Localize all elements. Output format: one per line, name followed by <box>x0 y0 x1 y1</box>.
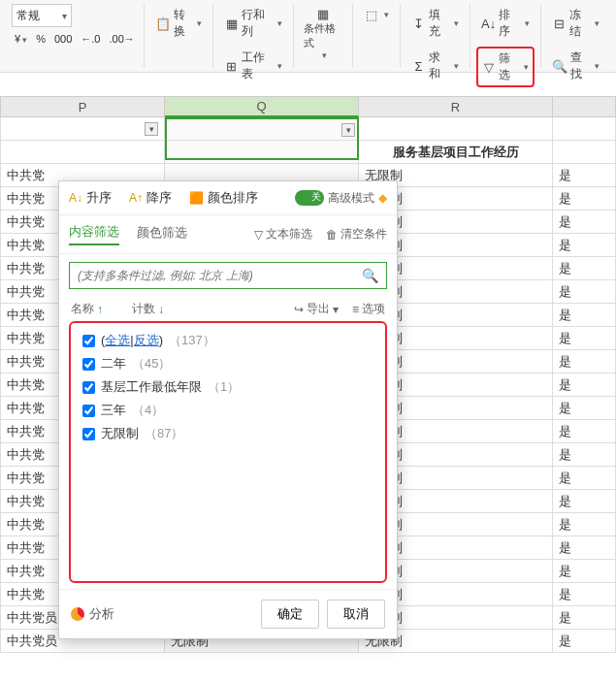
condfmt-icon: ▦ <box>315 6 331 21</box>
cell[interactable]: 是 <box>553 467 616 490</box>
cell[interactable] <box>553 141 616 164</box>
cell[interactable]: 是 <box>553 304 616 327</box>
cell[interactable] <box>553 117 616 141</box>
checkbox[interactable] <box>82 381 95 394</box>
filter-arrow-icon[interactable]: ▾ <box>341 123 355 137</box>
freeze-btn[interactable]: ⊟冻结 <box>547 4 604 43</box>
trash-icon: 🗑 <box>326 228 338 242</box>
check-item[interactable]: 基层工作最低年限（1） <box>77 375 379 399</box>
filter-arrow-icon[interactable]: ▾ <box>145 122 158 136</box>
cell[interactable]: 是 <box>553 257 616 280</box>
cell[interactable]: ▾ <box>0 117 165 141</box>
cell[interactable]: 是 <box>553 211 616 234</box>
col-header-s[interactable] <box>553 96 616 117</box>
shape-btn[interactable]: ⬚ <box>359 4 394 25</box>
cell[interactable]: 是 <box>553 420 616 443</box>
condfmt-btn[interactable]: ▦条件格式 <box>300 4 346 62</box>
sort-icon: A↓ <box>481 16 496 31</box>
analysis-btn[interactable]: 分析 <box>71 605 114 623</box>
cell[interactable]: 是 <box>553 234 616 257</box>
check-item[interactable]: 无限制（87） <box>77 422 379 445</box>
export-icon: ↪ <box>294 303 304 316</box>
advanced-mode-toggle[interactable]: 高级模式◆ <box>295 190 387 207</box>
cell[interactable]: 是 <box>553 606 616 630</box>
sort-desc-btn[interactable]: A↑降序 <box>129 189 172 207</box>
text-filter-btn[interactable]: ▽文本筛选 <box>254 226 312 243</box>
pie-icon <box>71 607 84 621</box>
convert-btn[interactable]: 📋转换 <box>150 4 208 43</box>
cell[interactable]: 是 <box>553 164 616 187</box>
cell[interactable]: ▾ <box>165 117 359 141</box>
checkbox[interactable] <box>82 358 95 371</box>
filter-dropdown-panel: A↓升序 A↑降序 🟧颜色排序 高级模式◆ 内容筛选 颜色筛选 ▽文本筛选 🗑清… <box>58 180 398 639</box>
filter-search-input[interactable] <box>78 269 362 282</box>
cell[interactable]: 是 <box>553 373 616 397</box>
cell[interactable] <box>0 141 165 164</box>
cell[interactable] <box>165 141 359 164</box>
sort-btn[interactable]: A↓排序 <box>476 4 535 43</box>
cancel-button[interactable]: 取消 <box>327 600 385 629</box>
currency-btn[interactable]: ¥ <box>12 31 30 47</box>
search-icon[interactable]: 🔍 <box>362 268 378 283</box>
export-btn[interactable]: ↪导出▾ <box>294 301 339 317</box>
cell[interactable]: 是 <box>553 490 616 513</box>
fill-icon: ↧ <box>411 16 425 31</box>
percent-btn[interactable]: % <box>33 31 49 47</box>
rows-cols-btn[interactable]: ▦行和列 <box>219 4 287 43</box>
sort-asc-icon: A↓ <box>69 191 82 205</box>
cell-header-r[interactable]: 服务基层项目工作经历 <box>359 141 553 164</box>
ribbon-toolbar: 常规 ¥ % 000 ←.0 .00→ 📋转换 ▦行和列 ⊞工作表 ▦条件格式 … <box>0 0 616 73</box>
check-item[interactable]: 三年（4） <box>77 399 379 422</box>
cell[interactable]: 是 <box>553 536 616 560</box>
sum-btn[interactable]: Σ求和 <box>406 47 464 85</box>
check-item[interactable]: 二年（45） <box>77 352 379 375</box>
cell[interactable] <box>359 117 553 141</box>
options-btn[interactable]: ≡选项 <box>352 301 385 317</box>
select-all-link[interactable]: 全选 <box>105 333 130 347</box>
worksheet-btn[interactable]: ⊞工作表 <box>219 47 287 85</box>
col-header-p[interactable]: P <box>0 96 165 117</box>
cell[interactable]: 是 <box>553 560 616 583</box>
shape-icon: ⬚ <box>364 7 379 22</box>
cell[interactable]: 是 <box>553 187 616 211</box>
cell[interactable]: 是 <box>553 327 616 350</box>
filter-btn[interactable]: ▽筛选 <box>476 47 535 87</box>
checkbox[interactable] <box>82 335 95 347</box>
name-header[interactable]: 名称↑ <box>71 301 103 317</box>
count-header[interactable]: 计数↓ <box>132 301 164 317</box>
worksheet-icon: ⊞ <box>224 58 238 74</box>
find-btn[interactable]: 🔍查找 <box>547 47 604 85</box>
invert-link[interactable]: 反选 <box>134 333 159 347</box>
check-item-all[interactable]: (全选|反选) （137） <box>77 329 379 352</box>
cell[interactable]: 是 <box>553 443 616 467</box>
col-header-r[interactable]: R <box>359 96 553 117</box>
dec-inc-btn[interactable]: ←.0 <box>78 31 103 47</box>
sort-asc-btn[interactable]: A↓升序 <box>69 189 112 207</box>
number-format-select[interactable]: 常规 <box>12 4 72 27</box>
magnifier-icon: 🔍 <box>552 58 567 74</box>
color-sort-btn[interactable]: 🟧颜色排序 <box>189 189 258 207</box>
premium-icon: ◆ <box>378 191 387 205</box>
freeze-icon: ⊟ <box>552 16 566 31</box>
cell[interactable]: 是 <box>553 513 616 536</box>
funnel-icon: ▽ <box>482 59 496 75</box>
ok-button[interactable]: 确定 <box>261 600 319 629</box>
checkbox[interactable] <box>82 405 95 417</box>
clear-condition-btn[interactable]: 🗑清空条件 <box>326 226 387 243</box>
tab-color-filter[interactable]: 颜色筛选 <box>137 224 187 244</box>
cell[interactable]: 是 <box>553 583 616 606</box>
sigma-icon: Σ <box>411 58 425 74</box>
cell[interactable]: 是 <box>553 397 616 420</box>
cell[interactable]: 是 <box>553 630 616 653</box>
col-header-q[interactable]: Q <box>165 96 359 117</box>
list-icon: ≡ <box>352 303 359 316</box>
toggle-icon <box>295 190 324 206</box>
cell[interactable]: 是 <box>553 280 616 304</box>
cell[interactable]: 是 <box>553 350 616 373</box>
tab-content-filter[interactable]: 内容筛选 <box>69 223 119 245</box>
dec-dec-btn[interactable]: .00→ <box>106 31 137 47</box>
color-sort-icon: 🟧 <box>189 191 204 205</box>
fill-btn[interactable]: ↧填充 <box>406 4 464 43</box>
checkbox[interactable] <box>82 428 95 440</box>
comma-btn[interactable]: 000 <box>51 31 75 47</box>
